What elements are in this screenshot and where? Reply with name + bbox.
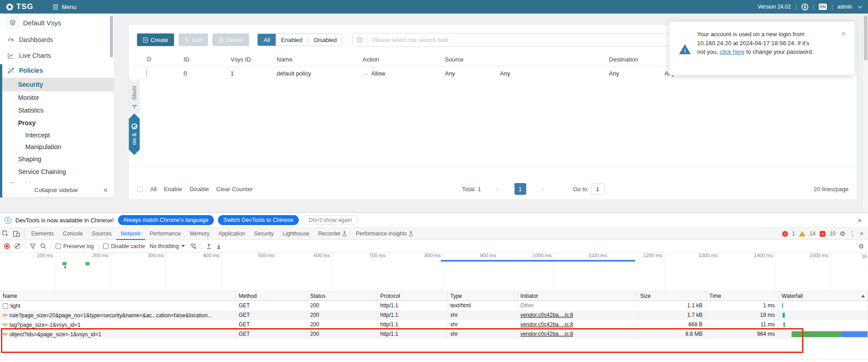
tab-memory[interactable]: Memory — [185, 228, 214, 240]
sidebar-item-policies[interactable]: Policies — [0, 63, 114, 78]
tab-sources[interactable]: Sources — [87, 228, 116, 240]
col-type[interactable]: Type — [448, 291, 518, 301]
menu-button[interactable]: ☰ Menu — [52, 4, 76, 10]
export-har-icon[interactable] — [216, 243, 222, 249]
language-icon[interactable]: EN — [819, 4, 827, 10]
devtools-close-icon[interactable]: × — [860, 230, 863, 237]
next-page-chevron[interactable]: › — [542, 184, 544, 193]
page-scrollbar[interactable] — [863, 14, 868, 212]
issues-icon[interactable]: × — [820, 231, 826, 237]
initiator-link[interactable]: vendor.c0c42ba....js:8 — [518, 310, 637, 320]
tab-application[interactable]: Application — [214, 228, 250, 240]
select-all-label[interactable]: All — [150, 186, 156, 193]
network-conditions-icon[interactable] — [189, 243, 197, 249]
col-initiator[interactable]: Initiator — [518, 291, 637, 301]
search-icon[interactable] — [40, 243, 46, 249]
error-count[interactable]: 1 — [792, 230, 795, 237]
select-all-checkbox[interactable] — [137, 186, 143, 192]
banner-close-icon[interactable]: × — [858, 216, 862, 224]
create-button[interactable]: + Create — [137, 33, 174, 46]
network-request-row-highlighted[interactable]: <> object?ids=&page_size=-1&vsys_id=1 GE… — [0, 329, 868, 339]
record-network-log-button[interactable] — [4, 243, 10, 249]
tab-performance[interactable]: Performance — [145, 228, 185, 240]
tab-performance-insights[interactable]: Performance insights — [351, 228, 418, 240]
dont-show-again-button[interactable]: Don't show again — [303, 215, 358, 225]
page-scrollbar-thumb[interactable] — [864, 15, 868, 61]
throttling-dropdown[interactable]: No throttling — [150, 243, 185, 249]
switch-to-chinese-button[interactable]: Switch DevTools to Chinese — [218, 215, 299, 225]
sidebar-item-dashboards[interactable]: Dashboards — [0, 32, 114, 48]
user-menu[interactable]: admin — [837, 4, 852, 10]
sidebar-item-live-charts[interactable]: Live Charts — [0, 48, 114, 63]
initiator-link[interactable]: vendor.c0c42ba....js:8 — [518, 320, 637, 329]
clear-network-log-icon[interactable] — [14, 243, 20, 249]
edit-button[interactable]: ✎ Edit — [179, 33, 208, 46]
row-checkbox[interactable] — [146, 70, 147, 77]
filter-all[interactable]: All — [258, 34, 276, 46]
col-status[interactable]: Status — [307, 291, 377, 301]
sidebar-item-default-vsys[interactable]: Default Vsys — [0, 14, 114, 32]
tab-elements[interactable]: Elements — [27, 228, 58, 240]
col-method[interactable]: Method — [236, 291, 307, 301]
network-request-row[interactable]: light GET 200 http/1.1 text/html Other 1… — [0, 301, 868, 310]
kebab-menu-icon[interactable]: ⋮ — [849, 230, 856, 237]
col-size[interactable]: Size — [637, 291, 707, 301]
error-icon[interactable]: × — [782, 231, 788, 237]
disable-button[interactable]: Disable — [189, 186, 209, 193]
initiator-link[interactable]: vendor.c0c42ba....js:8 — [518, 329, 637, 339]
warning-icon[interactable]: ! — [799, 231, 806, 236]
page-1-button[interactable]: 1 — [514, 183, 526, 195]
sidebar-item-shaping[interactable]: Shaping — [0, 153, 114, 165]
filter-funnel-icon[interactable] — [30, 244, 36, 249]
banner-message: DevTools is now available in Chinese! — [15, 217, 114, 224]
tab-security[interactable]: Security — [250, 228, 278, 240]
col-protocol[interactable]: Protocol — [377, 291, 448, 301]
collapse-sidebar-button[interactable]: Collapse sidebar « — [0, 183, 114, 197]
import-har-icon[interactable] — [206, 243, 212, 249]
col-waterfall[interactable]: Waterfall — [779, 291, 868, 301]
lines-per-page-label[interactable]: 20 lines/page — [814, 186, 849, 193]
col-name[interactable]: Name — [0, 291, 236, 301]
network-settings-gear-icon[interactable]: ⚙ — [858, 243, 864, 250]
column-settings-gear-icon[interactable]: ⚙ — [146, 55, 152, 63]
sidebar-item-manipulation[interactable]: Manipulation — [0, 141, 114, 153]
network-request-row[interactable]: <> rule?page_size=20&page_no=1&type=secu… — [0, 310, 868, 320]
sidebar-item-security[interactable]: Security — [0, 78, 114, 91]
network-request-row[interactable]: <> tag?page_size=-1&vsys_id=1 GET 200 ht… — [0, 320, 868, 329]
sidebar-item-proxy[interactable]: Proxy — [0, 117, 114, 129]
sidebar-item-service-chaining[interactable]: Service Chaining — [0, 165, 114, 178]
tab-network[interactable]: Network — [116, 228, 145, 240]
filter-enabled[interactable]: Enabled — [276, 37, 307, 43]
sidebar-item-objects[interactable]: Objects — [0, 178, 114, 183]
network-overview-timeline[interactable]: 100 ms200 ms 300 ms400 ms 500 ms600 ms 7… — [0, 253, 868, 291]
click-here-link[interactable]: click here — [720, 48, 745, 55]
always-match-language-button[interactable]: Always match Chrome's language — [118, 215, 214, 225]
preserve-log-checkbox[interactable]: Preserve log — [56, 243, 94, 249]
clear-counter-button[interactable]: Clear Counter — [216, 186, 253, 193]
row-checkbox[interactable] — [3, 303, 8, 309]
issues-count[interactable]: 10 — [830, 230, 835, 237]
disable-cache-checkbox[interactable]: Disable cache — [103, 243, 145, 249]
toast-close-icon[interactable]: × — [841, 30, 845, 38]
goto-page-input[interactable] — [591, 183, 604, 195]
enable-button[interactable]: Enable — [164, 186, 182, 193]
inspect-element-icon[interactable] — [0, 228, 11, 240]
allow-and-block-ribbon-tab[interactable]: ow & — [129, 113, 140, 155]
tab-lighthouse[interactable]: Lighthouse — [278, 228, 314, 240]
sidebar-item-statistics[interactable]: Statistics — [0, 104, 114, 117]
sidebar-item-intercept[interactable]: Intercept — [0, 129, 114, 141]
prev-page-chevron[interactable]: ‹ — [496, 184, 499, 193]
filter-disabled[interactable]: Disabled — [309, 37, 342, 43]
delete-button[interactable]: Delete — [212, 33, 249, 46]
warning-count[interactable]: 14 — [810, 230, 816, 237]
menu-label: Menu — [61, 4, 76, 10]
shunt-ribbon-tab[interactable]: Shunt — [129, 78, 140, 118]
tab-console[interactable]: Console — [58, 228, 87, 240]
sidebar-scrollbar-thumb[interactable] — [110, 16, 113, 57]
device-toolbar-icon[interactable] — [11, 228, 22, 240]
settings-gear-icon[interactable]: ⚙ — [840, 230, 845, 237]
tab-recorder[interactable]: Recorder — [314, 228, 351, 240]
power-icon[interactable] — [802, 4, 808, 10]
col-time[interactable]: Time — [707, 291, 779, 301]
sidebar-item-monitor[interactable]: Monitor — [0, 91, 114, 104]
